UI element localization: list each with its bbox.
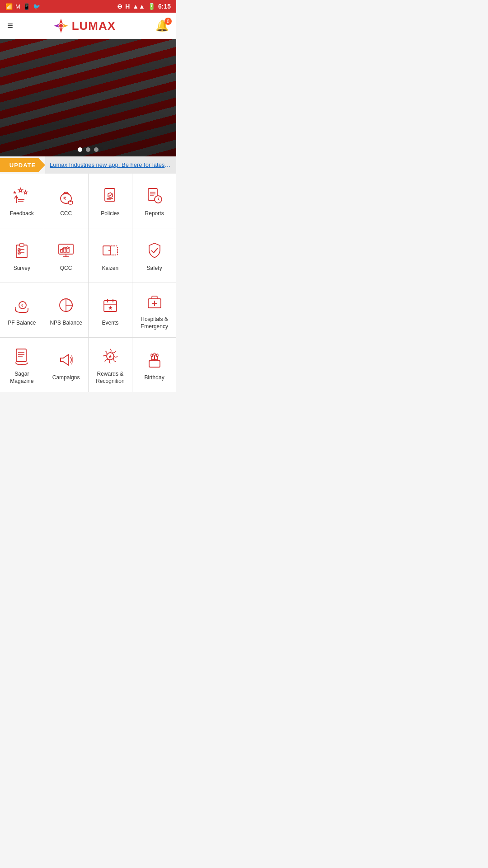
h-signal-label: H: [125, 3, 130, 10]
svg-text:★: ★: [18, 187, 23, 193]
logo-area: LUMAX: [53, 18, 116, 34]
svg-point-4: [59, 24, 63, 28]
kaizen-label: Kaizen: [102, 265, 119, 272]
magazine-icon: [12, 346, 32, 366]
grid-item-ccc[interactable]: ₹ CCC: [44, 174, 88, 228]
svg-marker-0: [59, 19, 63, 24]
kaizen-icon: [100, 241, 120, 260]
grid-item-hospitals[interactable]: Hospitals & Emergency: [132, 283, 176, 337]
svg-rect-28: [19, 244, 24, 246]
hamburger-menu[interactable]: ≡: [7, 20, 13, 32]
ccc-label: CCC: [60, 210, 72, 217]
svg-rect-35: [64, 247, 66, 252]
reports-icon: [145, 186, 164, 206]
banner-image: [0, 39, 176, 156]
feedback-label: Feedback: [10, 210, 34, 217]
grid-item-kaizen[interactable]: Kaizen: [89, 228, 132, 283]
rewards-label: Rewards & Recognition: [92, 371, 129, 385]
qcc-label: QCC: [60, 265, 72, 272]
svg-rect-40: [110, 246, 117, 255]
policies-icon: [100, 186, 120, 206]
svg-text:★: ★: [23, 190, 28, 195]
battery-icon: 🔋: [148, 3, 155, 10]
twitter-icon: 🐦: [33, 3, 40, 10]
svg-rect-36: [67, 249, 69, 252]
logo-text: LUMAX: [72, 19, 116, 33]
update-tag: UPDATE: [0, 158, 45, 172]
do-not-disturb-icon: ⊖: [117, 3, 122, 10]
svg-marker-1: [63, 24, 68, 28]
grid-item-sagar-magazine[interactable]: Sagar Magazine: [0, 338, 44, 392]
reports-label: Reports: [145, 210, 164, 217]
feedback-icon: ★ ★ ★: [12, 186, 32, 206]
hospitals-label: Hospitals & Emergency: [136, 316, 173, 330]
birthday-label: Birthday: [145, 374, 164, 382]
safety-label: Safety: [147, 265, 162, 272]
svg-marker-2: [59, 28, 63, 33]
menu-grid: ★ ★ ★ Feedback ₹ CCC: [0, 174, 176, 392]
svg-text:★: ★: [108, 305, 113, 311]
grid-item-birthday[interactable]: Birthday: [132, 338, 176, 392]
auto-parts-visual: [0, 39, 176, 156]
policies-label: Policies: [101, 210, 119, 217]
svg-marker-3: [54, 24, 59, 28]
status-left-icons: 📶 M 📱 🐦: [5, 3, 40, 10]
carousel-dot-1[interactable]: [78, 147, 82, 152]
grid-item-events[interactable]: ★ Events: [89, 283, 132, 337]
banner-carousel[interactable]: [0, 39, 176, 156]
notification-badge: 0: [164, 18, 172, 25]
grid-item-safety[interactable]: Safety: [132, 228, 176, 283]
svg-rect-27: [16, 245, 27, 258]
carousel-dot-3[interactable]: [94, 147, 99, 152]
grid-item-campaigns[interactable]: Campaigns: [44, 338, 88, 392]
grid-item-survey[interactable]: Survey: [0, 228, 44, 283]
signal-bars-icon: ▲▲: [132, 3, 145, 10]
svg-rect-61: [149, 361, 160, 367]
svg-rect-17: [105, 189, 115, 201]
qcc-icon: [56, 241, 76, 260]
events-icon: ★: [100, 295, 120, 315]
update-bar: UPDATE Lumax Industries new app. Be here…: [0, 156, 176, 174]
hospital-icon: [145, 292, 164, 311]
grid-item-pf-balance[interactable]: ₹ PF Balance: [0, 283, 44, 337]
svg-rect-54: [16, 349, 26, 362]
grid-item-policies[interactable]: Policies: [89, 174, 132, 228]
pf-icon: ₹: [12, 295, 32, 315]
time-display: 6:15: [158, 3, 171, 10]
whatsapp-icon: 📱: [23, 3, 30, 10]
survey-label: Survey: [14, 265, 30, 272]
rewards-icon: ★: [100, 346, 120, 366]
grid-item-nps-balance[interactable]: NPS Balance: [44, 283, 88, 337]
campaigns-label: Campaigns: [52, 374, 80, 382]
svg-text:★: ★: [13, 190, 17, 195]
header: ≡ LUMAX 🔔 0: [0, 13, 176, 39]
nps-balance-label: NPS Balance: [50, 320, 82, 327]
gmail-icon: M: [15, 3, 20, 10]
sagar-magazine-label: Sagar Magazine: [4, 371, 40, 385]
grid-item-feedback[interactable]: ★ ★ ★ Feedback: [0, 174, 44, 228]
notification-button[interactable]: 🔔 0: [155, 19, 169, 32]
status-bar: 📶 M 📱 🐦 ⊖ H ▲▲ 🔋 6:15: [0, 0, 176, 13]
safety-icon: [145, 241, 164, 260]
ccc-icon: ₹: [56, 186, 76, 206]
svg-text:₹: ₹: [21, 303, 23, 308]
grid-item-reports[interactable]: Reports: [132, 174, 176, 228]
grid-item-rewards[interactable]: ★ Rewards & Recognition: [89, 338, 132, 392]
nps-icon: [56, 295, 76, 315]
birthday-icon: [145, 350, 164, 370]
events-label: Events: [102, 320, 119, 327]
carousel-dot-2[interactable]: [86, 147, 90, 152]
carousel-dots: [78, 147, 99, 152]
pf-balance-label: PF Balance: [8, 320, 36, 327]
grid-item-qcc[interactable]: QCC: [44, 228, 88, 283]
svg-text:★: ★: [108, 354, 113, 359]
survey-icon: [12, 241, 32, 260]
campaigns-icon: [56, 350, 76, 370]
update-message[interactable]: Lumax Industries new app. Be here for la…: [45, 156, 176, 174]
sim-icon: 📶: [5, 3, 13, 10]
status-right-icons: ⊖ H ▲▲ 🔋 6:15: [117, 3, 171, 10]
svg-point-16: [68, 202, 73, 204]
lumax-logo-icon: [53, 18, 69, 34]
svg-text:₹: ₹: [63, 196, 66, 201]
